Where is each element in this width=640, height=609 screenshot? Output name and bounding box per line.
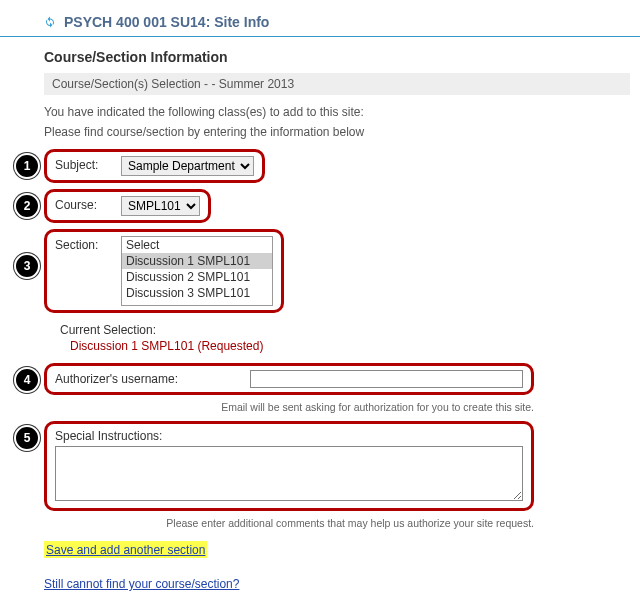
subject-group: Subject: Sample Department [44,149,265,183]
authorizer-note: Email will be sent asking for authorizat… [44,401,534,413]
course-group: Course: SMPL101 [44,189,211,223]
course-label: Course: [55,196,121,212]
step-badge-5: 5 [14,425,40,451]
intro-text: You have indicated the following class(e… [44,105,630,119]
step-badge-2: 2 [14,193,40,219]
section-listbox[interactable]: Select Discussion 1 SMPL101 Discussion 2… [121,236,273,306]
special-label: Special Instructions: [55,429,162,443]
section-option-3[interactable]: Discussion 3 SMPL101 [122,285,272,301]
special-group: Special Instructions: [44,421,534,511]
save-add-another-link[interactable]: Save and add another section [46,543,205,557]
section-option-2[interactable]: Discussion 2 SMPL101 [122,269,272,285]
section-option-select[interactable]: Select [122,237,272,253]
step-badge-3: 3 [14,253,40,279]
section-heading: Course/Section Information [44,49,630,65]
authorizer-input[interactable] [250,370,523,388]
section-group: Section: Select Discussion 1 SMPL101 Dis… [44,229,284,313]
current-selection-label: Current Selection: [60,323,630,337]
still-cannot-find-link[interactable]: Still cannot find your course/section? [44,577,239,591]
hint-text: Please find course/section by entering t… [44,125,630,139]
current-selection-value: Discussion 1 SMPL101 (Requested) [70,339,630,353]
section-label: Section: [55,236,121,252]
authorizer-group: Authorizer's username: [44,363,534,395]
page-header: PSYCH 400 001 SU14: Site Info [0,10,640,37]
section-option-1[interactable]: Discussion 1 SMPL101 [122,253,272,269]
subject-label: Subject: [55,156,121,172]
course-select[interactable]: SMPL101 [121,196,200,216]
special-note: Please enter additional comments that ma… [44,517,534,529]
special-textarea[interactable] [55,446,523,501]
save-add-highlight: Save and add another section [44,541,207,558]
authorizer-label: Authorizer's username: [55,370,250,386]
step-badge-1: 1 [14,153,40,179]
subject-select[interactable]: Sample Department [121,156,254,176]
step-badge-4: 4 [14,367,40,393]
selection-bar: Course/Section(s) Selection - - Summer 2… [44,73,630,95]
page-title: PSYCH 400 001 SU14: Site Info [44,14,269,30]
